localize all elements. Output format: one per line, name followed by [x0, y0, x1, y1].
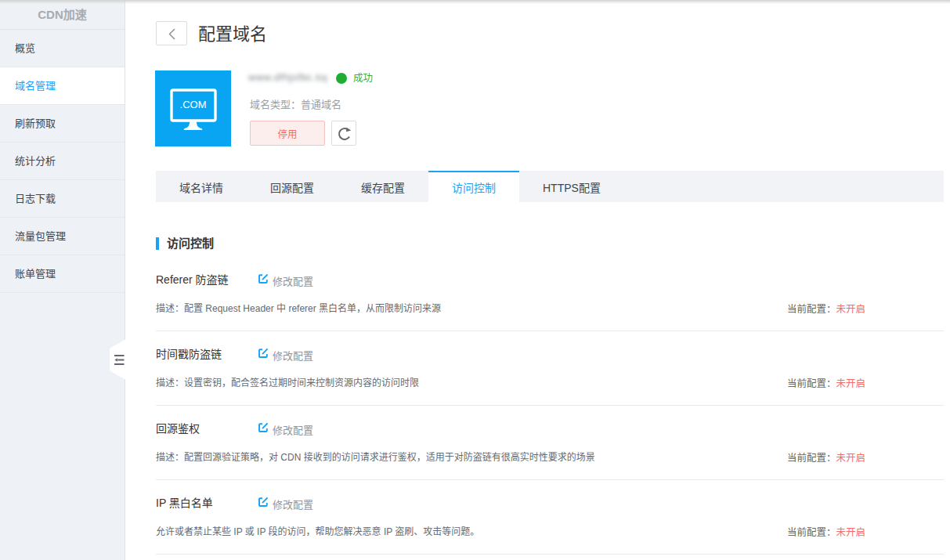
svg-text:.COM: .COM: [180, 99, 207, 110]
